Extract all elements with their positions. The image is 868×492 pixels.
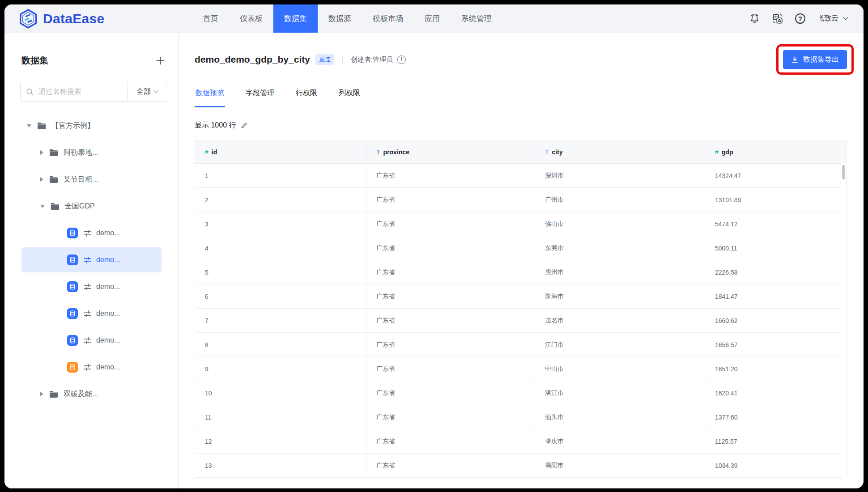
cell: 13 [195, 454, 366, 478]
cell: 5474.12 [705, 212, 841, 236]
caret-icon[interactable] [27, 124, 31, 127]
nav-item-application[interactable]: 应用 [414, 4, 451, 33]
cell: 12 [195, 429, 366, 454]
cell: 揭阳市 [535, 454, 705, 478]
app-body: 数据集 全部 [4, 33, 864, 488]
cell: 1034.39 [705, 454, 841, 478]
tab-data-preview[interactable]: 数据预览 [195, 81, 225, 107]
cell: 10 [195, 381, 366, 405]
sliders-icon [83, 256, 92, 264]
type-filter-select[interactable]: 全部 [128, 82, 167, 101]
edit-pencil-icon[interactable] [240, 122, 248, 129]
db-dataset-icon [67, 308, 78, 319]
table-row: 4广东省东莞市5000.11 [195, 236, 841, 260]
caret-icon[interactable] [40, 205, 45, 208]
nav-item-home[interactable]: 首页 [192, 4, 229, 33]
dataease-hexagon-icon [18, 8, 38, 29]
tree-folder-item[interactable]: 阿勒泰地... [21, 140, 162, 165]
tree-dataset-item[interactable]: demo... [21, 274, 162, 299]
notification-bell-icon[interactable] [749, 13, 760, 24]
search-icon [26, 88, 34, 96]
tree-item-label: demo... [96, 256, 120, 264]
tree-dataset-item[interactable]: demo... [21, 247, 162, 272]
brand-logo[interactable]: DataEase [4, 4, 179, 33]
connection-type-badge: 直连 [315, 54, 334, 65]
tab-field-management[interactable]: 字段管理 [245, 81, 275, 107]
cell: 广州市 [535, 188, 705, 212]
nav-item-system-management[interactable]: 系统管理 [451, 4, 502, 33]
table-header-row: #idTprovinceTcity#gdp [195, 140, 841, 164]
db-dataset-icon [67, 335, 78, 346]
table-row: 3广东省佛山市5474.12 [195, 212, 841, 236]
nav-item-dashboard[interactable]: 仪表板 [229, 4, 273, 33]
user-menu[interactable]: 飞致云 [817, 14, 848, 23]
tree-folder-item[interactable]: 全国GDP [21, 194, 162, 219]
chevron-down-icon [842, 17, 848, 21]
search-box[interactable] [21, 82, 128, 101]
column-name: province [383, 148, 409, 156]
column-name: gdp [722, 148, 733, 156]
tree-folder-item[interactable]: 双碳及能... [21, 382, 162, 407]
scrollbar-header-cap [841, 140, 846, 163]
tree-folder-item[interactable]: 某节目相... [21, 167, 162, 192]
scrollbar-thumb[interactable] [842, 165, 845, 179]
field-type-icon: T [376, 148, 380, 156]
search-row: 全部 [20, 82, 167, 102]
folder-icon [37, 122, 46, 130]
table-row: 9广东省中山市1651.20 [195, 357, 841, 381]
chevron-down-icon [153, 90, 158, 93]
cell: 广东省 [366, 333, 535, 357]
type-filter-value: 全部 [136, 87, 151, 97]
nav-item-dataset[interactable]: 数据集 [273, 4, 318, 33]
column-name: city [552, 148, 563, 156]
tree-dataset-item[interactable]: demo... [21, 221, 162, 246]
caret-icon[interactable] [40, 150, 43, 155]
tree-dataset-item[interactable]: demo... [21, 328, 162, 353]
column-header-gdp: #gdp [705, 140, 841, 164]
cell: 中山市 [535, 357, 705, 381]
cell: 1377.60 [705, 405, 841, 429]
data-preview-table: #idTprovinceTcity#gdp 1广东省深圳市14324.472广东… [195, 140, 847, 478]
cell: 广东省 [366, 212, 535, 236]
help-icon[interactable]: ? [795, 13, 805, 24]
tree-item-label: demo... [96, 363, 120, 371]
add-dataset-icon[interactable] [156, 56, 165, 65]
sliders-icon [83, 336, 92, 345]
download-icon [791, 56, 799, 64]
nav-item-template-market[interactable]: 模板市场 [362, 4, 414, 33]
language-switch-icon[interactable]: 中 A [772, 13, 783, 25]
svg-text:A: A [778, 18, 781, 23]
brand-wordmark: DataEase [43, 11, 105, 26]
cell: 珠海市 [535, 284, 705, 309]
caret-icon[interactable] [40, 177, 43, 182]
cell: 汕头市 [535, 405, 705, 429]
folder-icon [51, 203, 60, 210]
tab-row-permission[interactable]: 行权限 [295, 81, 318, 107]
excel-dataset-icon [67, 362, 78, 373]
table-row: 10广东省湛江市1620.41 [195, 381, 841, 405]
tab-column-permission[interactable]: 列权限 [338, 81, 361, 107]
vertical-scrollbar [841, 140, 847, 477]
tree-dataset-item[interactable]: demo... [21, 301, 162, 326]
cell: 广东省 [366, 429, 535, 454]
cell: 广东省 [366, 309, 535, 333]
cell: 广东省 [366, 164, 535, 188]
column-header-province: Tprovince [366, 140, 535, 164]
info-icon[interactable]: ! [397, 55, 406, 64]
sliders-icon [83, 363, 92, 372]
table-row: 2广东省广州市13101.89 [195, 188, 841, 212]
caret-icon[interactable] [40, 392, 43, 396]
dataset-sidebar: 数据集 全部 [4, 33, 179, 488]
cell: 5000.11 [705, 236, 841, 260]
table-row: 11广东省汕头市1377.60 [195, 405, 841, 429]
tree-dataset-item[interactable]: demo... [21, 355, 162, 380]
tree-item-label: 【官方示例】 [51, 121, 94, 131]
tree-item-label: 某节目相... [64, 175, 98, 184]
tree-folder-item[interactable]: 【官方示例】 [21, 113, 162, 138]
dataset-export-button[interactable]: 数据集导出 [783, 50, 847, 69]
nav-item-datasource[interactable]: 数据源 [318, 4, 362, 33]
search-input[interactable] [38, 87, 122, 96]
cell: 11 [195, 405, 366, 429]
sliders-icon [83, 229, 92, 238]
db-dataset-icon [67, 228, 78, 238]
